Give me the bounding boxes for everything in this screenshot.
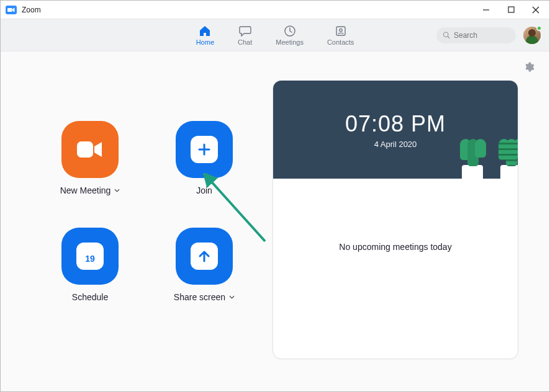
calendar-icon: 19 [76,243,104,270]
share-screen-dropdown[interactable] [229,294,235,300]
main-toolbar: Home Chat Meetings Contacts [1,19,549,51]
nav-contacts[interactable]: Contacts [327,25,354,46]
clock-icon [283,25,297,37]
window-minimize-button[interactable] [481,5,491,15]
join-label: Join [196,185,212,195]
chevron-down-icon [229,295,235,299]
share-screen-button[interactable] [176,228,233,285]
svg-line-9 [448,37,449,38]
search-icon [443,31,450,39]
svg-rect-2 [508,7,514,12]
home-content: New Meeting Join [1,51,549,392]
schedule-button[interactable]: 19 [61,228,119,285]
new-meeting-label: New Meeting [60,185,111,195]
current-date: 4 April 2020 [374,140,417,149]
new-meeting-dropdown[interactable] [114,187,120,194]
current-time: 07:08 PM [345,111,446,137]
plant-decoration [462,139,484,179]
search-field[interactable] [436,27,516,43]
nav-chat[interactable]: Chat [238,25,252,46]
search-input[interactable] [454,31,510,40]
plant-decoration [500,139,518,179]
window-close-button[interactable] [531,5,541,15]
settings-button[interactable] [523,61,534,75]
arrow-up-icon [191,243,218,270]
video-icon [76,139,104,160]
svg-rect-0 [7,8,12,12]
svg-rect-6 [336,27,345,35]
time-banner: 07:08 PM 4 April 2020 [273,81,518,179]
meetings-panel: 07:08 PM 4 April 2020 No upcoming meetin… [273,80,518,359]
svg-point-8 [444,32,449,37]
new-meeting-button[interactable] [61,121,119,178]
contacts-icon [334,25,348,37]
nav-chat-label: Chat [238,38,252,46]
plus-icon [191,136,218,163]
svg-rect-15 [84,246,87,251]
join-button[interactable] [176,121,233,178]
nav-home[interactable]: Home [196,25,214,46]
svg-rect-16 [93,246,96,251]
nav-home-label: Home [196,38,214,46]
svg-rect-10 [77,141,93,158]
chat-icon [238,25,252,37]
home-icon [198,25,212,37]
zoom-app-icon [6,6,17,14]
chevron-down-icon [114,189,120,192]
share-screen-label: Share screen [174,292,225,302]
nav-contacts-label: Contacts [327,38,354,46]
window-title: Zoom [22,6,41,14]
calendar-day: 19 [85,254,95,264]
presence-indicator [536,25,542,31]
nav-meetings-label: Meetings [276,38,304,46]
window-maximize-button[interactable] [506,5,516,15]
window-titlebar: Zoom [1,1,549,19]
schedule-label: Schedule [72,292,108,302]
no-meetings-text: No upcoming meetings today [273,242,518,252]
nav-meetings[interactable]: Meetings [276,25,304,46]
svg-point-7 [339,29,341,31]
